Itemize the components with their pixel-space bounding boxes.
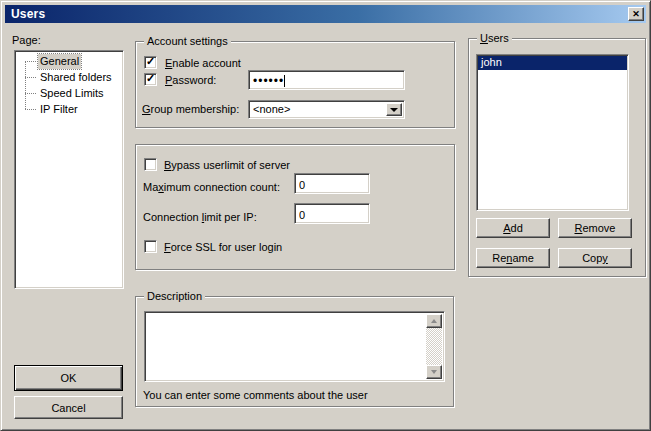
users-dialog-window: Users ✕ Page: General Shared folders Spe… bbox=[0, 0, 651, 431]
max-connection-count-input[interactable] bbox=[294, 173, 370, 194]
account-settings-group-title: Account settings bbox=[144, 35, 231, 48]
title-bar[interactable]: Users ✕ bbox=[5, 5, 646, 23]
page-tree-inner: General Shared folders Speed Limits IP F… bbox=[15, 51, 123, 288]
connection-limit-per-ip-label: Connection limit per IP: bbox=[143, 211, 257, 224]
bypass-userlimit-checkbox[interactable] bbox=[144, 158, 157, 171]
tree-item-shared-folders[interactable]: Shared folders bbox=[15, 69, 123, 85]
ok-button[interactable]: OK bbox=[14, 365, 123, 391]
tree-item-label: General bbox=[38, 54, 81, 69]
tree-branch-line bbox=[25, 77, 36, 78]
users-group: Users john Add Remove Rename Copy bbox=[468, 38, 646, 277]
users-group-title: Users bbox=[477, 32, 512, 45]
force-ssl-label: Force SSL for user login bbox=[164, 241, 282, 254]
copy-button[interactable]: Copy bbox=[558, 248, 632, 268]
description-group: Description You can enter some comments … bbox=[135, 296, 454, 407]
tree-item-label: Speed Limits bbox=[38, 86, 106, 101]
tree-branch-line bbox=[25, 93, 36, 94]
close-icon: ✕ bbox=[632, 10, 640, 19]
description-textarea[interactable] bbox=[144, 311, 445, 382]
enable-account-checkbox[interactable]: ✓ bbox=[144, 56, 157, 69]
add-button[interactable]: Add bbox=[476, 218, 550, 238]
checkmark-icon: ✓ bbox=[146, 55, 155, 68]
window-title: Users bbox=[5, 7, 45, 21]
page-tree: General Shared folders Speed Limits IP F… bbox=[14, 50, 124, 289]
combo-dropdown-button[interactable] bbox=[386, 103, 402, 116]
description-scrollbar[interactable] bbox=[426, 314, 442, 379]
tree-item-ip-filter[interactable]: IP Filter bbox=[15, 101, 123, 117]
group-membership-selected-value: <none> bbox=[253, 103, 290, 116]
connection-limits-group: Bypass userlimit of server Maximum conne… bbox=[135, 144, 455, 270]
group-membership-label: Group membership: bbox=[142, 103, 239, 116]
chevron-down-icon bbox=[390, 108, 398, 112]
enable-account-label: Enable account bbox=[165, 57, 241, 70]
description-hint: You can enter some comments about the us… bbox=[143, 389, 368, 402]
max-connection-count-label: Maximum connection count: bbox=[143, 181, 280, 194]
checkmark-icon: ✓ bbox=[146, 72, 155, 85]
rename-button[interactable]: Rename bbox=[476, 248, 550, 268]
password-checkbox[interactable]: ✓ bbox=[144, 73, 157, 86]
account-settings-group: Account settings ✓ Enable account ✓ Pass… bbox=[135, 41, 455, 128]
tree-branch-line bbox=[25, 61, 36, 62]
arrow-up-icon bbox=[431, 319, 437, 323]
scroll-down-button[interactable] bbox=[426, 365, 442, 379]
bypass-userlimit-label: Bypass userlimit of server bbox=[164, 159, 290, 172]
remove-button[interactable]: Remove bbox=[558, 218, 632, 238]
arrow-down-icon bbox=[431, 370, 437, 374]
description-group-title: Description bbox=[144, 290, 205, 303]
force-ssl-checkbox[interactable] bbox=[144, 240, 157, 253]
close-button[interactable]: ✕ bbox=[628, 7, 644, 21]
password-input[interactable]: •••••• bbox=[248, 70, 405, 90]
user-list-item-john[interactable]: john bbox=[478, 56, 627, 70]
group-membership-select[interactable]: <none> bbox=[248, 100, 405, 119]
connection-limit-per-ip-input[interactable] bbox=[294, 203, 370, 224]
password-label: Password: bbox=[165, 74, 216, 87]
scroll-up-button[interactable] bbox=[426, 314, 442, 328]
users-listbox: john bbox=[476, 54, 629, 211]
text-caret bbox=[284, 75, 285, 87]
tree-item-label: Shared folders bbox=[38, 70, 114, 85]
page-label: Page: bbox=[12, 34, 41, 47]
tree-item-general[interactable]: General bbox=[15, 53, 123, 69]
tree-branch-line bbox=[25, 109, 36, 110]
cancel-button[interactable]: Cancel bbox=[14, 396, 123, 419]
tree-item-speed-limits[interactable]: Speed Limits bbox=[15, 85, 123, 101]
password-masked-value: •••••• bbox=[253, 74, 284, 88]
tree-item-label: IP Filter bbox=[38, 102, 80, 117]
